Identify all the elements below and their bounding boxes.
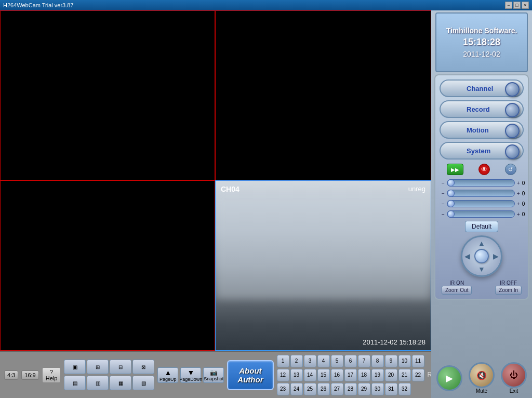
ch-6-button[interactable]: 6 [344,355,357,367]
ratio-43-button[interactable]: 4:3 [4,370,18,380]
ratio-169-button[interactable]: 16:9 [21,370,38,380]
ir-zoom-row: IR ON Zoom Out IR OFF Zoom In [440,280,524,295]
mute-button[interactable]: 🔇 [469,362,495,388]
record-button[interactable]: Record [440,100,524,118]
ch-16-button[interactable]: 16 [331,369,343,381]
ch-17-button[interactable]: 17 [344,369,357,381]
ch-4-button[interactable]: 4 [317,355,330,367]
ch-32-button[interactable]: 32 [398,383,411,395]
ch-1-button[interactable]: 1 [277,355,289,367]
ch-7-button[interactable]: 7 [358,355,370,367]
zoom-in-button[interactable]: Zoom In [495,286,522,295]
slider-2[interactable] [447,190,515,197]
ir-off-label: IR OFF [495,280,522,286]
view-alt2-button[interactable]: ▥ [87,376,109,390]
view-single-button[interactable]: ▣ [64,360,86,374]
ch-13-button[interactable]: 13 [290,369,303,381]
play-button[interactable]: ▶ [436,365,462,391]
minimize-button[interactable]: − [505,2,512,9]
page-up-button[interactable]: ▲ PageUp [157,367,178,383]
eye-status-icon: 👁 [478,164,490,175]
ch-20-button[interactable]: 20 [385,369,397,381]
ch-11-button[interactable]: 11 [412,355,424,367]
view-alt1-button[interactable]: ▤ [64,376,86,390]
slider-row-1: − + 0 [440,179,524,187]
channel-button[interactable]: Channel [440,79,524,97]
view-row-2: ▤ ▥ ▦ ▧ [64,376,154,390]
view-layout-buttons: ▣ ⊞ ⊟ ⊠ ▤ ▥ ▦ ▧ [64,360,154,390]
ch-12-button[interactable]: 12 [277,369,289,381]
snapshot-button[interactable]: 📷 Snapshot [203,367,224,383]
mute-label: Mute [476,388,487,394]
main-wrapper: CH04 unreg 2011-12-02 15:18:28 4:3 16:9 … [0,10,532,398]
ch-15-button[interactable]: 15 [317,369,330,381]
slider-value-1: 0 [522,180,525,186]
ch-23-button[interactable]: 23 [277,383,289,395]
slider-row-2: − + 0 [440,190,524,197]
ch-31-button[interactable]: 31 [385,383,397,395]
zoom-out-button[interactable]: Zoom Out [442,286,472,295]
ch-3-button[interactable]: 3 [304,355,316,367]
video-cell-ch2[interactable] [215,10,431,180]
ch-10-button[interactable]: 10 [398,355,411,367]
about-author-button[interactable]: About Author [227,360,273,390]
ch4-label: CH04 [221,185,240,193]
motion-knob [505,124,520,138]
view-nine-button[interactable]: ⊟ [110,360,131,374]
bottom-toolbar: 4:3 16:9 ? Help ▣ ⊞ ⊟ ⊠ ▤ ▥ ▦ ▧ [0,351,431,398]
maximize-button[interactable]: □ [513,2,521,9]
motion-button[interactable]: Motion [440,121,524,139]
d-pad-right-arrow[interactable]: ▶ [493,252,499,260]
d-pad-up-arrow[interactable]: ▲ [478,239,485,247]
left-panel: CH04 unreg 2011-12-02 15:18:28 4:3 16:9 … [0,10,431,398]
d-pad-down-arrow[interactable]: ▼ [478,265,485,273]
ch-27-button[interactable]: 27 [331,383,343,395]
slider-row-4: − + 0 [440,210,524,218]
current-date: 2011-12-02 [463,50,500,58]
ch-26-button[interactable]: 26 [317,383,330,395]
ch-19-button[interactable]: 19 [371,369,384,381]
system-knob [505,144,520,159]
ch-2-button[interactable]: 2 [290,355,303,367]
channel-knob [505,82,520,97]
ch-9-button[interactable]: 9 [385,355,397,367]
ch-row-2: 12 13 14 15 16 17 18 19 20 21 22 [277,369,424,381]
page-down-button[interactable]: ▼ PageDown [180,367,201,383]
ch-21-button[interactable]: 21 [398,369,411,381]
ch-29-button[interactable]: 29 [358,383,370,395]
help-button[interactable]: ? Help [42,367,61,383]
ch-18-button[interactable]: 18 [358,369,370,381]
system-button[interactable]: System [440,142,524,160]
power-icon: ⏻ [510,370,518,380]
ch4-fog [216,198,431,300]
d-pad-center[interactable] [474,249,489,263]
video-cell-ch3[interactable] [0,180,215,351]
ch-14-button[interactable]: 14 [304,369,316,381]
ch-28-button[interactable]: 28 [344,383,357,395]
slider-1[interactable] [447,179,515,187]
default-button[interactable]: Default [465,221,498,232]
video-cell-ch4[interactable]: CH04 unreg 2011-12-02 15:18:28 [215,180,431,351]
video-cell-ch1[interactable] [0,10,215,180]
d-pad-left-arrow[interactable]: ◀ [464,252,470,260]
title-text: H264WebCam Trial ver3.87 [3,2,74,8]
view-quad-button[interactable]: ⊞ [87,360,109,374]
ch-25-button[interactable]: 25 [304,383,316,395]
software-title: Timhillone Software. [446,26,517,35]
view-sixteen-button[interactable]: ⊠ [132,360,154,374]
slider-plus-4: + [517,211,520,217]
exit-button[interactable]: ⏻ [501,362,527,388]
view-alt4-button[interactable]: ▧ [132,376,154,390]
slider-4[interactable] [447,210,515,218]
video-grid: CH04 unreg 2011-12-02 15:18:28 [0,10,431,351]
view-alt3-button[interactable]: ▦ [110,376,131,390]
ch-30-button[interactable]: 30 [371,383,384,395]
ch-22-button[interactable]: 22 [412,369,424,381]
slider-3[interactable] [447,200,515,207]
ch-8-button[interactable]: 8 [371,355,384,367]
close-button[interactable]: × [522,2,529,9]
slider-plus-2: + [517,191,520,196]
ch-5-button[interactable]: 5 [331,355,343,367]
ch-24-button[interactable]: 24 [290,383,303,395]
ch4-status: unreg [408,185,425,193]
